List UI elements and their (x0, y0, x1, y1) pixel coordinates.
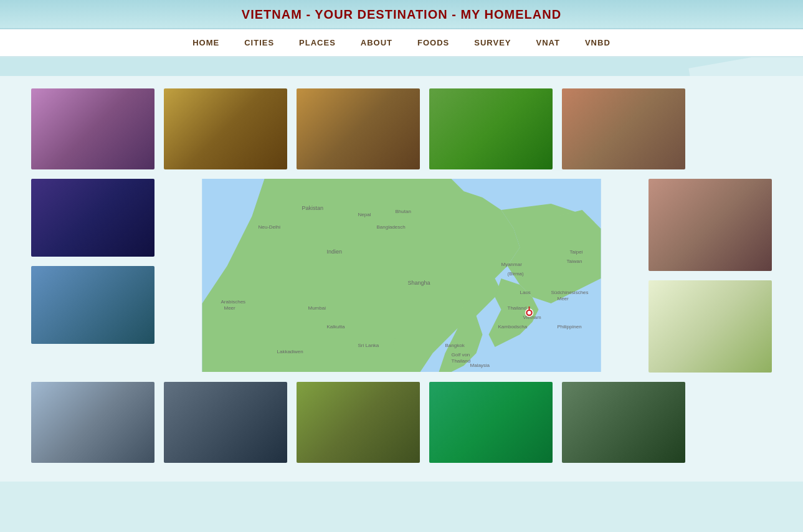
svg-text:Lakkadiwen: Lakkadiwen (277, 349, 303, 354)
photo-hat[interactable] (562, 382, 685, 463)
photo-halong[interactable] (164, 382, 287, 463)
svg-text:Nepal: Nepal (358, 212, 371, 217)
svg-text:Bangkok: Bangkok (445, 343, 465, 348)
svg-text:Kalkutta: Kalkutta (327, 324, 345, 330)
nav-cities[interactable]: CITIES (244, 38, 274, 47)
svg-text:Pakistan: Pakistan (302, 205, 324, 211)
svg-text:Thailand: Thailand (452, 358, 471, 364)
photo-buddha[interactable] (297, 88, 420, 169)
photo-golden-bridge[interactable] (562, 88, 685, 169)
nav-places[interactable]: PLACES (299, 38, 336, 47)
svg-text:Golf von: Golf von (452, 352, 470, 358)
header: VIETNAM - YOUR DESTINATION - MY HOMELAND (0, 0, 803, 29)
deco-strip (0, 57, 803, 76)
main-content: Indien Myanmar (Birma) Laos Thailand Vie… (0, 76, 803, 482)
photo-row-3 (31, 382, 772, 463)
svg-text:Arabisches: Arabisches (221, 299, 246, 305)
svg-text:Kambodscha: Kambodscha (498, 324, 528, 330)
nav-about[interactable]: ABOUT (361, 38, 392, 47)
svg-text:Taiwan: Taiwan (567, 259, 582, 264)
photo-bridge-night[interactable] (31, 179, 154, 257)
svg-text:Philippinen: Philippinen (558, 324, 582, 330)
photo-terraces[interactable] (429, 88, 553, 169)
svg-text:Bhutan: Bhutan (396, 209, 411, 214)
nav-foods[interactable]: FOODS (417, 38, 449, 47)
photo-flooded[interactable] (31, 382, 154, 463)
svg-text:Bangladesch: Bangladesch (377, 224, 406, 230)
svg-text:Sri Lanka: Sri Lanka (358, 343, 379, 348)
site-title: VIETNAM - YOUR DESTINATION - MY HOMELAND (242, 7, 561, 21)
photo-island[interactable] (429, 382, 553, 463)
svg-text:Malaysia: Malaysia (470, 363, 490, 368)
photo-money[interactable] (297, 382, 420, 463)
photo-row-2: Indien Myanmar (Birma) Laos Thailand Vie… (31, 179, 772, 373)
photo-saigon[interactable] (31, 266, 154, 344)
map-cell[interactable]: Indien Myanmar (Birma) Laos Thailand Vie… (164, 179, 639, 372)
svg-text:Laos: Laos (520, 290, 531, 295)
svg-text:Meer: Meer (224, 305, 236, 311)
photo-col-right (649, 179, 772, 373)
photo-grid: Indien Myanmar (Birma) Laos Thailand Vie… (31, 88, 772, 463)
svg-point-30 (528, 311, 531, 315)
navigation: HOME CITIES PLACES ABOUT FOODS SURVEY VN… (0, 29, 803, 57)
photo-pho[interactable] (649, 280, 772, 373)
svg-text:Thailand: Thailand (508, 305, 527, 311)
nav-vnat[interactable]: VNAT (536, 38, 560, 47)
photo-col-left (31, 179, 154, 373)
photo-hanoi[interactable] (31, 88, 154, 169)
svg-text:Taipei: Taipei (570, 249, 583, 255)
svg-text:(Birma): (Birma) (508, 271, 525, 277)
photo-hoian[interactable] (164, 88, 287, 169)
svg-text:Mumbai: Mumbai (308, 305, 326, 311)
svg-text:Südchinesisches: Südchinesisches (551, 290, 589, 295)
nav-home[interactable]: HOME (192, 38, 219, 47)
nav-vnbd[interactable]: VNBD (585, 38, 611, 47)
svg-text:Neu-Delhi: Neu-Delhi (259, 224, 281, 230)
photo-dining[interactable] (649, 179, 772, 271)
nav-survey[interactable]: SURVEY (474, 38, 511, 47)
svg-text:Indien: Indien (327, 249, 343, 255)
svg-text:Shangha: Shangha (408, 280, 430, 286)
svg-text:Meer: Meer (558, 296, 569, 302)
photo-row-1 (31, 88, 772, 169)
svg-text:Myanmar: Myanmar (501, 262, 523, 267)
